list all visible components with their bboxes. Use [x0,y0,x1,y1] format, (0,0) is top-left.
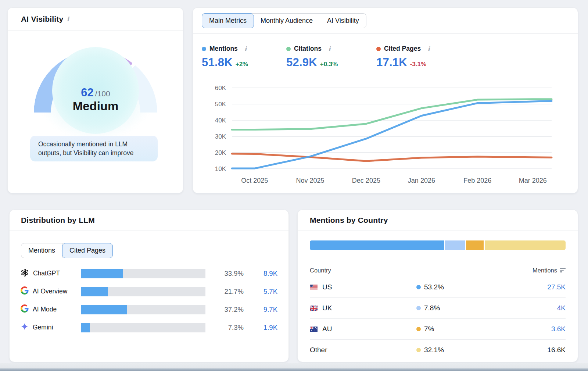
gauge-score-value: 62 [81,86,93,99]
stacked-segment-us[interactable] [310,240,444,250]
country-code: AU [322,325,332,333]
info-icon[interactable]: i [328,45,330,53]
ai-visibility-card: AI Visibility i 62/100 Medium Occasional… [7,7,183,193]
llm-name-label: AI Mode [33,306,57,313]
svg-text:10K: 10K [215,165,226,172]
kpi-label: Cited Pages [384,45,421,53]
llm-row-chatgpt[interactable]: ChatGPT 33.9% 8.9K [10,264,288,282]
llm-value-link[interactable]: 9.7K [249,306,277,314]
country-value-link[interactable]: 27.5K [510,283,566,291]
tab-ai-visibility[interactable]: AI Visibility [320,14,366,28]
ai-visibility-title: AI Visibility [21,15,63,24]
kpi-citations: Citations i 52.9K +0.3% [286,42,360,69]
country-percent: 53.2% [424,283,444,291]
kpi-delta: +2% [236,61,248,68]
kpi-value: 51.8K [202,56,233,69]
kpi-value: 17.1K [376,56,407,69]
svg-text:30K: 30K [215,133,226,140]
info-icon[interactable]: i [67,15,69,23]
country-dot-icon [416,285,421,289]
google-g-icon [21,304,29,314]
kpi-label: Mentions [209,45,238,53]
llm-card-title: Distribution by LLM [21,216,95,225]
country-row-us[interactable]: US 53.2% 27.5K [310,277,566,298]
country-table-header: Country Mentions [310,264,566,277]
kpi-label: Citations [294,45,322,53]
country-value-link[interactable]: 4K [510,304,566,312]
llm-bar-track [81,269,205,278]
llm-name-label: AI Overview [33,288,67,295]
country-card-header: Mentions by Country [298,210,578,231]
ai-visibility-card-header: AI Visibility i [8,8,183,31]
llm-card-header: Distribution by LLM [10,210,288,231]
chatgpt-icon [21,268,29,279]
country-dot-icon [416,327,421,331]
country-percent: 32.1% [424,346,444,354]
mentions-by-country-card: Mentions by Country Country Mentions [297,210,578,362]
us-flag-icon [310,285,318,290]
kpi-value: 52.9K [286,56,317,69]
visibility-gauge: 62/100 Medium [34,51,157,113]
llm-value-link[interactable]: 8.9K [249,270,277,278]
country-value: 16.6K [510,346,566,354]
tab-monthly-audience[interactable]: Monthly Audience [254,14,320,28]
main-metrics-card: Main Metrics Monthly Audience AI Visibil… [193,7,578,193]
svg-text:20K: 20K [215,149,226,156]
stacked-segment-au[interactable] [466,240,484,250]
country-value-link[interactable]: 3.6K [510,325,566,333]
column-mentions-sort[interactable]: Mentions [533,267,566,274]
llm-row-ai-overview[interactable]: AI Overview 21.7% 5.7K [10,282,288,300]
country-percent: 7% [424,325,434,333]
gauge-level-label: Medium [34,99,157,113]
citations-dot-icon [286,47,291,51]
tab-mentions[interactable]: Mentions [21,243,62,258]
gauge-score-max: /100 [95,89,110,98]
svg-text:40K: 40K [215,117,226,124]
country-row-au[interactable]: AU 7% 3.6K [310,319,566,340]
stacked-segment-other[interactable] [485,240,566,250]
metrics-line-chart[interactable]: 10K20K30K40K50K60KOct 2025Nov 2025Dec 20… [202,78,569,188]
country-card-title: Mentions by Country [310,216,388,225]
divider [278,44,278,68]
info-icon[interactable]: i [244,45,247,53]
llm-bar-track [81,305,205,314]
kpi-mentions: Mentions i 51.8K +2% [202,42,270,69]
svg-text:Oct 2025: Oct 2025 [241,177,268,184]
column-mentions-label: Mentions [533,267,557,274]
google-g-icon [21,286,29,296]
mentions-dot-icon [202,47,206,51]
country-row-uk[interactable]: UK 7.8% 4K [310,298,566,319]
llm-value-link[interactable]: 1.9K [249,324,277,332]
info-icon[interactable]: i [427,45,430,53]
llm-row-gemini[interactable]: Gemini 7.3% 1.9K [10,318,288,336]
window-bottom-strip [0,363,588,371]
llm-percent: 21.7% [211,288,244,296]
llm-name-label: ChatGPT [33,270,60,277]
gauge-score: 62/100 [34,86,157,99]
svg-text:50K: 50K [215,101,226,108]
llm-row-ai-mode[interactable]: AI Mode 37.2% 9.7K [10,300,288,318]
llm-name-label: Gemini [33,324,53,331]
llm-distribution-card: Distribution by LLM Mentions Cited Pages [9,210,289,362]
stacked-segment-uk[interactable] [445,240,465,250]
metrics-tab-bar: Main Metrics Monthly Audience AI Visibil… [202,13,366,28]
svg-text:Mar 2026: Mar 2026 [519,177,547,184]
divider [368,44,368,68]
country-code: UK [322,304,332,312]
tab-main-metrics[interactable]: Main Metrics [202,13,254,28]
svg-text:Feb 2026: Feb 2026 [463,177,491,184]
llm-tab-bar: Mentions Cited Pages [21,243,113,258]
llm-value-link[interactable]: 5.7K [249,288,277,296]
llm-rows: ChatGPT 33.9% 8.9K AI Ov [10,264,288,336]
country-row-other[interactable]: Other 32.1% 16.6K [310,340,566,360]
country-percent: 7.8% [424,304,440,312]
tab-cited-pages[interactable]: Cited Pages [62,243,113,258]
country-code: US [322,283,332,291]
country-code: Other [310,346,327,354]
au-flag-icon [310,327,318,332]
kpi-row: Mentions i 51.8K +2% Citations i 52.9K +… [202,42,453,69]
svg-text:Jan 2026: Jan 2026 [408,177,435,184]
visibility-note: Occasionally mentioned in LLM outputs, b… [30,136,158,161]
kpi-delta: +0.3% [320,61,338,68]
llm-bar-fill [81,323,90,332]
